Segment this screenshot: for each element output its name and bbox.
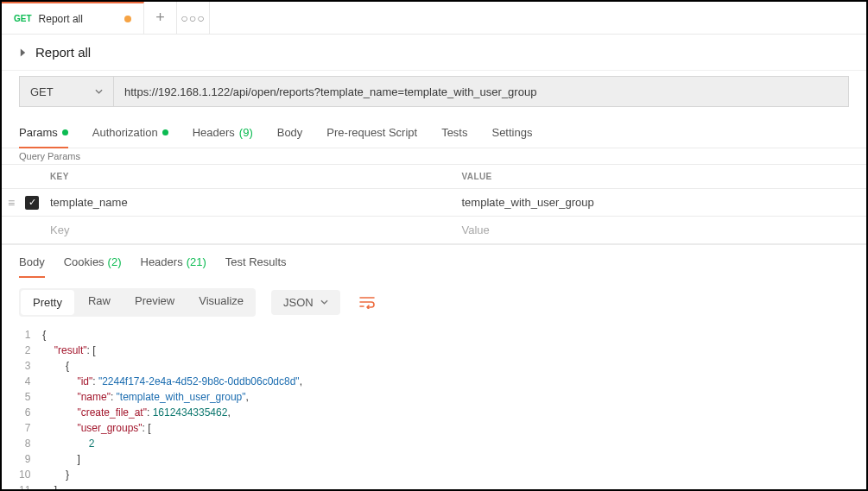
wrap-icon (358, 295, 376, 309)
response-tab-cookies[interactable]: Cookies(2) (64, 252, 122, 277)
param-key-placeholder[interactable]: Key (43, 223, 455, 236)
param-value-cell[interactable]: template_with_user_group (455, 196, 867, 209)
tab-authorization[interactable]: Authorization (92, 119, 168, 148)
tab-body[interactable]: Body (277, 119, 303, 148)
tab-menu-button[interactable]: ○○○ (177, 2, 210, 35)
request-name: Report all (35, 45, 91, 60)
tab-settings[interactable]: Settings (491, 119, 532, 148)
view-toolbar: Pretty Raw Preview Visualize JSON (2, 277, 866, 327)
check-icon: ✓ (25, 196, 39, 210)
tab-bar: GET Report all + ○○○ (2, 2, 866, 35)
wrap-lines-button[interactable] (352, 287, 382, 317)
url-input[interactable] (114, 76, 849, 107)
active-dot-icon (62, 129, 68, 135)
method-select-value: GET (30, 85, 54, 98)
params-table: KEY VALUE ≡ ✓ template_name template_wit… (2, 164, 866, 244)
col-key-header: KEY (43, 172, 455, 181)
view-visualize-button[interactable]: Visualize (187, 288, 256, 317)
row-checkbox[interactable]: ✓ (21, 196, 43, 210)
active-dot-icon (162, 129, 168, 135)
drag-handle-icon[interactable]: ≡ (2, 196, 21, 210)
tab-tests[interactable]: Tests (441, 119, 467, 148)
request-title-row: Report all (2, 35, 866, 71)
tab-title: Report all (39, 13, 83, 25)
response-tab-body[interactable]: Body (19, 252, 45, 277)
method-select[interactable]: GET (19, 76, 114, 107)
format-select[interactable]: JSON (271, 290, 340, 315)
table-row[interactable]: ≡ ✓ template_name template_with_user_gro… (2, 189, 866, 217)
col-value-header: VALUE (455, 172, 867, 181)
response-tab-tests[interactable]: Test Results (225, 252, 287, 277)
query-params-header: Query Params (2, 148, 866, 164)
view-raw-button[interactable]: Raw (76, 288, 123, 317)
view-mode-group: Pretty Raw Preview Visualize (19, 288, 256, 317)
tab-method-badge: GET (14, 14, 32, 23)
response-body[interactable]: 123456789101112 { "result": [ { "id": "2… (2, 327, 866, 489)
response-tab-headers[interactable]: Headers(21) (141, 252, 206, 277)
chevron-right-icon (19, 47, 27, 58)
code-body: { "result": [ { "id": "2244f174-2e4a-4d5… (42, 327, 302, 489)
request-tab[interactable]: GET Report all (2, 2, 144, 35)
unsaved-dot-icon (124, 16, 131, 22)
view-pretty-button[interactable]: Pretty (21, 290, 74, 315)
param-value-placeholder[interactable]: Value (455, 223, 867, 236)
tab-prerequest[interactable]: Pre-request Script (326, 119, 417, 148)
view-preview-button[interactable]: Preview (123, 288, 187, 317)
tab-params[interactable]: Params (19, 119, 68, 148)
response-tabs: Body Cookies(2) Headers(21) Test Results (2, 244, 866, 277)
param-key-cell[interactable]: template_name (43, 196, 455, 209)
table-row[interactable]: Key Value (2, 217, 866, 244)
new-tab-button[interactable]: + (144, 2, 177, 35)
tab-headers[interactable]: Headers(9) (193, 119, 253, 148)
line-gutter: 123456789101112 (19, 327, 42, 489)
chevron-down-icon (320, 299, 328, 305)
url-row: GET (2, 71, 866, 119)
config-tabs: Params Authorization Headers(9) Body Pre… (2, 119, 866, 148)
postman-window: GET Report all + ○○○ Report all GET Para… (0, 0, 868, 491)
chevron-down-icon (95, 89, 103, 94)
